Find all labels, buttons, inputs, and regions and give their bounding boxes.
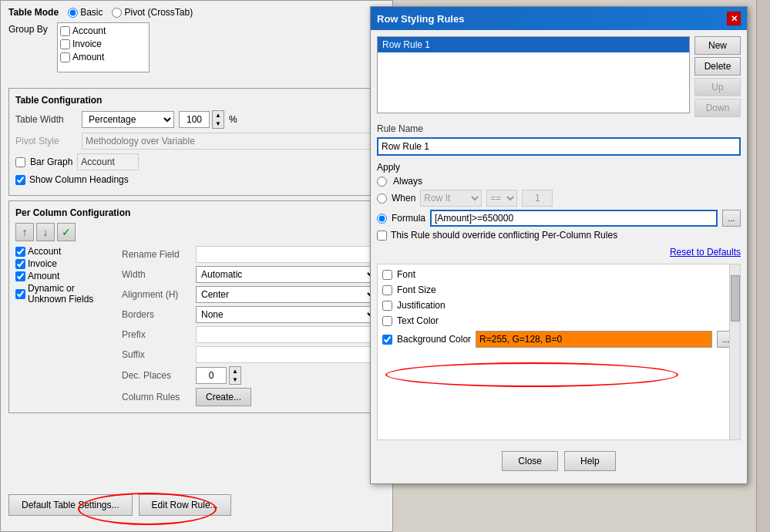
help-btn[interactable]: Help [564,451,616,471]
spin-up-btn[interactable]: ▲ [213,111,224,120]
when-value-input[interactable] [522,190,553,207]
dec-places-input[interactable] [196,367,227,384]
bar-graph-field [77,153,139,170]
basic-radio[interactable] [68,8,78,18]
close-dialog-btn[interactable]: Close [502,451,558,471]
borders-label: Borders [122,309,191,320]
table-width-select[interactable]: Percentage [82,111,174,128]
group-by-invoice[interactable]: Invoice [60,39,146,49]
bg-color-label: Background Color [397,334,471,345]
column-rules-label: Column Rules [122,392,191,402]
field-dynamic[interactable]: Dynamic or Unknown Fields [15,283,116,305]
reset-link[interactable]: Reset to Defaults [670,247,741,258]
column-rules-row: Column Rules Create... [122,388,378,406]
rename-field-input[interactable] [196,246,378,263]
when-row-container: When Row It == [377,190,741,207]
pivot-style-input [82,133,378,150]
invoice-checkbox[interactable] [60,39,70,49]
prefix-input[interactable] [196,326,378,343]
edit-row-rule-btn[interactable]: Edit Row Rule... [139,494,231,516]
rule-name-label: Rule Name [377,123,741,134]
font-size-row: Font Size [382,285,735,295]
top-section: Table Mode Basic Pivot (CrossTab) Group … [1,1,392,83]
group-by-account[interactable]: Account [60,25,146,36]
bar-graph-label: Bar Graph [30,157,72,167]
delete-rule-btn[interactable]: Delete [694,57,741,76]
show-headings-row: Show Column Headings [15,174,378,185]
pivot-radio-item[interactable]: Pivot (CrossTab) [112,7,193,18]
alignment-label: Alignment (H) [122,289,191,300]
rule-name-section: Rule Name [377,123,741,156]
new-rule-btn[interactable]: New [694,36,741,55]
font-size-checkbox[interactable] [382,285,392,295]
formula-radio[interactable] [377,214,387,224]
formula-label: Formula [392,213,425,224]
rule-action-buttons: New Delete Up Down [694,36,741,117]
font-size-label: Font Size [397,285,436,295]
rule-name-input[interactable] [377,137,741,156]
group-by-label: Group By [8,22,51,35]
formula-ellipsis-btn[interactable]: ... [722,210,741,227]
alignment-select[interactable]: Center [196,286,378,303]
field-amount-cb[interactable] [15,271,25,281]
rule-list-section: Row Rule 1 New Delete Up Down [377,36,741,117]
formula-input[interactable] [430,210,718,227]
move-down-btn[interactable]: ↓ [36,223,55,241]
dec-spin-up[interactable]: ▲ [230,367,240,375]
field-dynamic-cb[interactable] [15,289,25,299]
always-radio[interactable] [377,177,387,187]
group-by-amount[interactable]: Amount [60,52,146,62]
when-field-select[interactable]: Row It [420,190,482,207]
font-checkbox[interactable] [382,270,392,280]
show-headings-checkbox[interactable] [15,175,25,185]
per-column-config: Per Column Configuration ↑ ↓ ✓ Account I… [8,200,385,413]
bar-graph-checkbox[interactable] [15,157,25,167]
field-invoice[interactable]: Invoice [15,258,116,269]
width-select[interactable]: Automatic [196,266,378,283]
reset-section: Reset to Defaults [377,247,741,258]
scrollbar[interactable] [729,264,740,439]
spin-down-btn[interactable]: ▼ [213,120,224,128]
font-label: Font [397,269,415,280]
row-styling-dialog: Row Styling Rules ✕ Row Rule 1 New Delet… [370,6,748,484]
field-invoice-cb[interactable] [15,259,25,269]
when-label: When [392,193,415,204]
dec-spin-down[interactable]: ▼ [230,375,240,384]
pivot-radio[interactable] [112,8,122,18]
field-dynamic-label: Dynamic or Unknown Fields [28,283,116,305]
amount-label: Amount [72,52,104,62]
bg-color-preview: R=255, G=128, B=0 [476,331,712,348]
move-up-btn[interactable]: ↑ [15,223,34,241]
suffix-label: Suffix [122,349,191,360]
field-account[interactable]: Account [15,246,116,257]
text-color-checkbox[interactable] [382,316,392,326]
amount-checkbox[interactable] [60,52,70,62]
suffix-input[interactable] [196,346,378,363]
basic-radio-item[interactable]: Basic [68,7,103,18]
table-width-number-group: ▲ ▼ [179,110,224,129]
field-amount[interactable]: Amount [15,271,116,281]
justification-row: Justification [382,300,735,311]
override-checkbox[interactable] [377,231,387,241]
down-rule-btn[interactable]: Down [694,99,741,117]
create-button[interactable]: Create... [196,388,251,406]
when-op-select[interactable]: == [486,190,517,207]
justification-checkbox[interactable] [382,301,392,311]
default-table-btn[interactable]: Default Table Settings... [8,494,133,516]
dialog-close-btn[interactable]: ✕ [727,12,741,25]
field-account-cb[interactable] [15,247,25,257]
when-radio[interactable] [377,194,387,204]
rename-field-label: Rename Field [122,249,191,260]
up-rule-btn[interactable]: Up [694,78,741,96]
account-checkbox[interactable] [60,26,70,36]
borders-select[interactable]: None [196,306,378,323]
check-btn[interactable]: ✓ [57,223,76,241]
table-mode-radio-group: Basic Pivot (CrossTab) [68,7,193,18]
invoice-label: Invoice [72,39,102,49]
dialog-bottom-buttons: Close Help [377,446,741,476]
rule-item-1[interactable]: Row Rule 1 [378,37,689,52]
table-width-input[interactable] [179,111,210,128]
bg-color-checkbox[interactable] [382,335,392,345]
fields-list: Account Invoice Amount Dynamic or Unknow… [15,246,116,406]
dec-spinner: ▲ ▼ [229,366,241,385]
